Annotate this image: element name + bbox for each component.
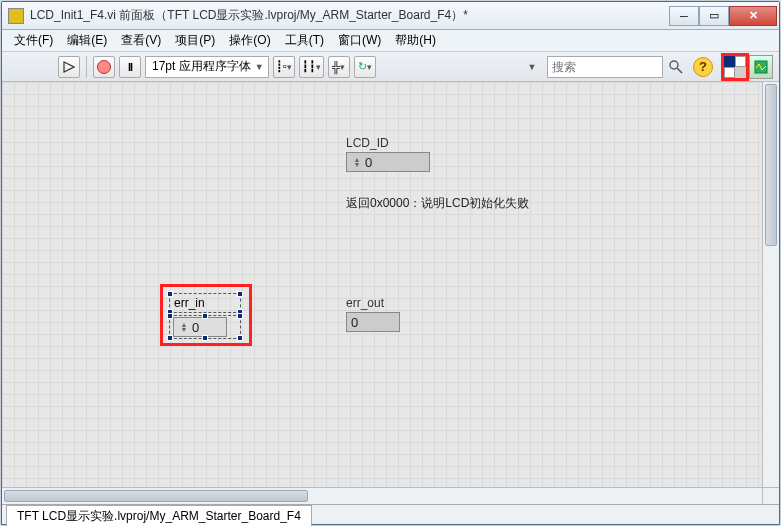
- scroll-thumb[interactable]: [765, 84, 777, 246]
- connector-pane[interactable]: [721, 53, 749, 81]
- pause-icon: II: [128, 61, 132, 73]
- chevron-down-icon: ▾: [287, 62, 292, 72]
- terminal-icon: [724, 56, 735, 67]
- maximize-button[interactable]: ▭: [699, 6, 729, 26]
- scroll-corner: [762, 487, 779, 504]
- distribute-icon: ┇┇: [302, 60, 316, 73]
- err-out-value: 0: [351, 315, 358, 330]
- reorder-button[interactable]: ↻▾: [354, 56, 376, 78]
- lcd-id-indicator[interactable]: LCD_ID ▲▼ 0: [346, 136, 430, 172]
- toolbar: II 17pt 应用程序字体 ▼ ┋▫▾ ┇┇▾ ╬▾ ↻▾ ▼ ?: [2, 52, 779, 82]
- run-arrow-icon: [63, 61, 75, 73]
- run-button[interactable]: [58, 56, 80, 78]
- app-icon: [8, 8, 24, 24]
- chevron-down-icon: ▾: [340, 62, 345, 72]
- search-button[interactable]: [667, 58, 685, 76]
- menu-tools[interactable]: 工具(T): [279, 30, 330, 51]
- align-button[interactable]: ┋▫▾: [273, 56, 295, 78]
- status-tab[interactable]: TFT LCD显示实验.lvproj/My_ARM_Starter_Board_…: [6, 505, 312, 527]
- info-text: 返回0x0000：说明LCD初始化失败: [346, 195, 529, 212]
- resize-icon: ╬: [332, 61, 340, 73]
- window-buttons: ─ ▭ ✕: [669, 6, 777, 26]
- menu-file[interactable]: 文件(F): [8, 30, 59, 51]
- run-continuous-button[interactable]: [93, 56, 115, 78]
- menu-bar: 文件(F) 编辑(E) 查看(V) 项目(P) 操作(O) 工具(T) 窗口(W…: [2, 30, 779, 52]
- menu-project[interactable]: 项目(P): [169, 30, 221, 51]
- reorder-icon: ↻: [358, 60, 367, 73]
- font-label: 17pt 应用程序字体: [152, 58, 251, 75]
- terminal-icon: [735, 56, 746, 67]
- title-bar: LCD_Init1_F4.vi 前面板（TFT LCD显示实验.lvproj/M…: [2, 2, 779, 30]
- err-out-indicator[interactable]: err_out 0: [346, 296, 400, 332]
- status-bar: TFT LCD显示实验.lvproj/My_ARM_Starter_Board_…: [2, 504, 779, 524]
- resize-button[interactable]: ╬▾: [328, 56, 350, 78]
- svg-point-0: [670, 61, 678, 69]
- chevron-down-icon: ▼: [528, 62, 537, 72]
- minimize-icon: ─: [680, 10, 688, 22]
- search-input[interactable]: [552, 60, 634, 74]
- search-dropdown-button[interactable]: ▼: [521, 56, 543, 78]
- horizontal-scrollbar[interactable]: [2, 487, 762, 504]
- svg-line-1: [677, 68, 682, 73]
- vi-icon[interactable]: [749, 55, 773, 79]
- menu-help[interactable]: 帮助(H): [389, 30, 442, 51]
- font-selector[interactable]: 17pt 应用程序字体 ▼: [145, 56, 269, 78]
- minimize-button[interactable]: ─: [669, 6, 699, 26]
- lcd-id-label: LCD_ID: [346, 136, 430, 150]
- err-in-value: 0: [192, 320, 199, 335]
- pause-button[interactable]: II: [119, 56, 141, 78]
- selection-value: ▲▼ 0: [169, 315, 241, 339]
- selection-label: err_in: [169, 293, 241, 313]
- spin-icon: ▲▼: [178, 322, 190, 332]
- magnifier-icon: [668, 59, 684, 75]
- maximize-icon: ▭: [709, 9, 719, 22]
- lcd-id-value: 0: [365, 155, 372, 170]
- err-out-label: err_out: [346, 296, 400, 310]
- app-window: LCD_Init1_F4.vi 前面板（TFT LCD显示实验.lvproj/M…: [1, 1, 780, 525]
- lcd-id-value-box[interactable]: ▲▼ 0: [346, 152, 430, 172]
- distribute-button[interactable]: ┇┇▾: [299, 56, 324, 78]
- record-icon: [97, 60, 111, 74]
- spin-icon: ▲▼: [351, 157, 363, 167]
- menu-window[interactable]: 窗口(W): [332, 30, 387, 51]
- chevron-down-icon: ▼: [255, 62, 264, 72]
- search-box[interactable]: [547, 56, 663, 78]
- oscilloscope-icon: [754, 60, 768, 74]
- chevron-down-icon: ▾: [316, 62, 321, 72]
- align-icon: ┋▫: [276, 60, 287, 73]
- icon-connector-area: [721, 53, 773, 81]
- close-icon: ✕: [749, 9, 758, 22]
- front-panel[interactable]: LCD_ID ▲▼ 0 返回0x0000：说明LCD初始化失败 err_in ▲…: [2, 82, 779, 504]
- terminal-icon: [735, 67, 746, 78]
- terminal-icon: [724, 67, 735, 78]
- err-in-label: err_in: [174, 296, 205, 310]
- menu-operate[interactable]: 操作(O): [223, 30, 276, 51]
- chevron-down-icon: ▾: [367, 62, 372, 72]
- menu-view[interactable]: 查看(V): [115, 30, 167, 51]
- scroll-thumb[interactable]: [4, 490, 308, 502]
- close-button[interactable]: ✕: [729, 6, 777, 26]
- vertical-scrollbar[interactable]: [762, 82, 779, 487]
- menu-edit[interactable]: 编辑(E): [61, 30, 113, 51]
- separator: [86, 56, 87, 78]
- window-title: LCD_Init1_F4.vi 前面板（TFT LCD显示实验.lvproj/M…: [30, 7, 669, 24]
- err-in-control[interactable]: ▲▼ 0: [173, 317, 227, 337]
- help-button[interactable]: ?: [693, 57, 713, 77]
- err-out-value-box[interactable]: 0: [346, 312, 400, 332]
